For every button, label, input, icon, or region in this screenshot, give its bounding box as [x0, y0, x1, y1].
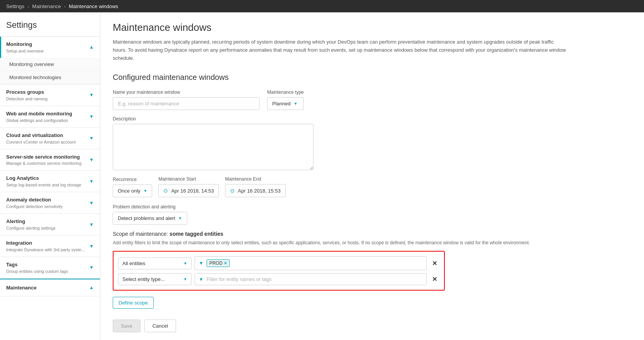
sidebar-section-subtitle-log: Setup log-based events and log storage	[6, 183, 81, 187]
recurrence-value: Once only	[118, 188, 141, 194]
type-group: Maintenance type Planned ▼	[267, 90, 304, 110]
sidebar-section-monitoring: Monitoring Setup and overview ▲ Monitori…	[0, 37, 100, 85]
description-label: Description	[113, 116, 632, 122]
name-input[interactable]	[113, 97, 259, 110]
sidebar-section-title-tags: Tags	[6, 262, 68, 268]
type-select[interactable]: Planned ▼	[267, 97, 304, 110]
filter-field-2[interactable]: ▼ Filter for entity names or tags	[195, 273, 427, 285]
sidebar-item-maintenance[interactable]: Maintenance ▲	[0, 279, 100, 296]
sidebar: Settings Monitoring Setup and overview ▲…	[0, 12, 100, 340]
sidebar-section-title-alerting: Alerting	[6, 218, 56, 225]
chevron-integration: ▼	[89, 244, 94, 249]
sidebar-title: Settings	[0, 12, 100, 37]
entity-type-select-2[interactable]: Select entity type... ▼	[118, 273, 192, 285]
sidebar-section-cloud: Cloud and virtualization Connect vCenter…	[0, 128, 100, 149]
sidebar-section-title-log: Log Analytics	[6, 175, 81, 182]
page-title: Maintenance windows	[113, 22, 632, 34]
start-label: Maintenance Start	[158, 176, 219, 182]
remove-row-btn-2[interactable]: ✕	[430, 275, 439, 284]
sidebar-item-web-mobile[interactable]: Web and mobile monitoring Global setting…	[0, 106, 100, 127]
sidebar-section-title-integration: Integration	[6, 240, 85, 247]
sidebar-item-monitored-technologies[interactable]: Monitored technologies	[0, 71, 100, 84]
type-caret: ▼	[294, 101, 298, 106]
cancel-button[interactable]: Cancel	[144, 320, 176, 332]
chevron-monitoring: ▲	[89, 44, 94, 50]
problem-detection-select[interactable]: Detect problems and alert ▼	[113, 212, 187, 225]
scope-description: Add entity filters to limit the scope of…	[113, 239, 561, 246]
type-value: Planned	[272, 101, 291, 107]
sidebar-item-log[interactable]: Log Analytics Setup log-based events and…	[0, 171, 100, 192]
save-button[interactable]: Save	[113, 320, 141, 332]
start-clock-icon: ⊙	[163, 188, 168, 194]
chevron-log: ▼	[89, 179, 94, 184]
chevron-tags: ▼	[89, 265, 94, 270]
sidebar-item-server[interactable]: Server-side service monitoring Manage & …	[0, 149, 100, 171]
recurrence-caret: ▼	[144, 189, 147, 193]
sidebar-item-monitoring-overview[interactable]: Monitoring overview	[0, 58, 100, 71]
entity-type-caret-1: ▼	[183, 261, 187, 266]
entity-type-value-2: Select entity type...	[122, 276, 165, 282]
sidebar-item-tags[interactable]: Tags Group entities using custom tags ▼	[0, 257, 100, 278]
page-description: Maintenance windows are typically planne…	[113, 38, 568, 62]
filter-field-1[interactable]: ▼ PROD ×	[195, 256, 427, 270]
tag-chip-label: PROD	[209, 260, 223, 266]
sidebar-section-maintenance: Maintenance ▲	[0, 279, 100, 296]
sidebar-item-cloud[interactable]: Cloud and virtualization Connect vCenter…	[0, 128, 100, 149]
name-group: Name your maintenance window	[113, 90, 259, 110]
sidebar-section-title-pg: Process groups	[6, 89, 47, 96]
end-picker[interactable]: ⊙ Apr 16 2018, 15:53	[225, 184, 286, 197]
chevron-pg: ▼	[89, 92, 94, 98]
define-scope-button[interactable]: Define scope	[113, 297, 154, 309]
sidebar-item-process-groups[interactable]: Process groups Detection and naming ▼	[0, 85, 100, 106]
scope-row-1: All entities ▼ ▼ PROD × ✕	[118, 256, 439, 270]
sidebar-section-title-monitoring: Monitoring	[6, 41, 44, 48]
entity-type-select-1[interactable]: All entities ▼	[118, 257, 192, 269]
sidebar-section-title-wm: Web and mobile monitoring	[6, 111, 72, 117]
scope-row-2: Select entity type... ▼ ▼ Filter for ent…	[118, 273, 439, 285]
problem-detection-label: Problem detection and alerting	[113, 204, 176, 210]
sidebar-section-subtitle-wm: Global settings and configuration	[6, 118, 72, 123]
type-label: Maintenance type	[267, 90, 304, 95]
sidebar-section-subtitle-monitoring: Setup and overview	[6, 49, 44, 53]
sidebar-item-anomaly[interactable]: Anomaly detection Configure detection se…	[0, 192, 100, 213]
sidebar-item-monitoring[interactable]: Monitoring Setup and overview ▲	[0, 37, 100, 58]
tag-chip-remove[interactable]: ×	[224, 260, 227, 266]
sidebar-section-subtitle-alerting: Configure alerting settings	[6, 226, 56, 230]
chevron-server: ▼	[89, 157, 94, 162]
filter-icon-1: ▼	[199, 260, 203, 266]
recurrence-row: Recurrence Once only ▼ Maintenance Start…	[113, 176, 632, 197]
start-value: Apr 16 2018, 14:53	[171, 188, 214, 194]
name-type-row: Name your maintenance window Maintenance…	[113, 90, 632, 110]
chevron-wm: ▼	[89, 114, 94, 119]
sidebar-section-subtitle-integration: Integrate Dynatrace with 3rd party syste…	[6, 247, 85, 252]
sidebar-section-tags: Tags Group entities using custom tags ▼	[0, 257, 100, 279]
main-content: Maintenance windows Maintenance windows …	[100, 12, 644, 340]
app-layout: Settings Monitoring Setup and overview ▲…	[0, 12, 644, 340]
entity-type-caret-2: ▼	[183, 277, 187, 281]
sidebar-section-title-cloud: Cloud and virtualization	[6, 132, 76, 139]
sidebar-section-subtitle-pg: Detection and naming	[6, 96, 47, 101]
breadcrumb-settings[interactable]: Settings	[6, 3, 24, 9]
sidebar-item-integration[interactable]: Integration Integrate Dynatrace with 3rd…	[0, 235, 100, 257]
sidebar-section-web-mobile: Web and mobile monitoring Global setting…	[0, 106, 100, 128]
scope-box: All entities ▼ ▼ PROD × ✕ Select entity …	[113, 251, 445, 291]
end-value: Apr 16 2018, 15:53	[238, 188, 281, 194]
tag-chip-prod: PROD ×	[207, 259, 230, 267]
sidebar-item-alerting[interactable]: Alerting Configure alerting settings ▼	[0, 214, 100, 235]
start-picker[interactable]: ⊙ Apr 16 2018, 14:53	[158, 184, 219, 197]
action-row: Save Cancel	[113, 320, 632, 332]
sidebar-section-anomaly: Anomaly detection Configure detection se…	[0, 192, 100, 214]
end-group: Maintenance End ⊙ Apr 16 2018, 15:53	[225, 176, 286, 197]
sidebar-section-title-server: Server-side service monitoring	[6, 154, 81, 161]
sidebar-section-log: Log Analytics Setup log-based events and…	[0, 171, 100, 192]
sidebar-section-subtitle-anomaly: Configure detection sensitivity	[6, 204, 63, 209]
chevron-maintenance: ▲	[89, 285, 94, 290]
remove-row-btn-1[interactable]: ✕	[430, 259, 439, 268]
recurrence-select[interactable]: Once only ▼	[113, 184, 152, 197]
breadcrumb-maintenance[interactable]: Maintenance	[32, 3, 61, 9]
section-title: Configured maintenance windows	[113, 73, 632, 82]
sidebar-section-server: Server-side service monitoring Manage & …	[0, 149, 100, 171]
scope-title-prefix: Scope of maintenance:	[113, 231, 169, 237]
breadcrumb-sep-1: ›	[27, 3, 29, 9]
description-textarea[interactable]	[113, 124, 314, 170]
